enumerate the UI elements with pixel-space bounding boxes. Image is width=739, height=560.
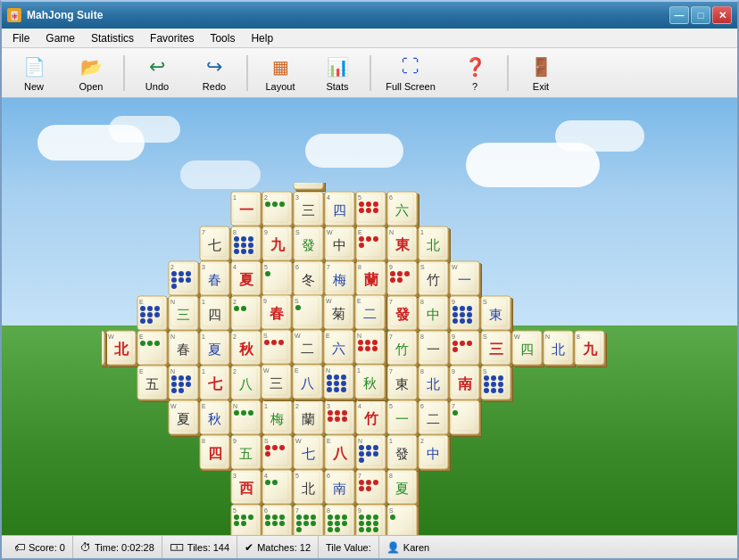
- close-button[interactable]: ✕: [712, 6, 732, 24]
- menu-tools[interactable]: Tools: [203, 30, 242, 46]
- exit-label: Exit: [533, 81, 549, 92]
- cloud-6: [305, 134, 403, 168]
- menu-game[interactable]: Game: [38, 30, 82, 46]
- matches-icon: ✔: [245, 541, 253, 554]
- toolbar: 📄 New 📂 Open ↩ Undo ↪ Redo ▦ Layout 📊 St…: [2, 48, 737, 98]
- statusbar: 🏷 Score: 0 ⏱ Time: 0:02:28 🀱 Tiles: 144 …: [2, 535, 737, 558]
- time-icon: ⏱: [80, 541, 91, 554]
- cloud-2: [109, 116, 180, 143]
- stats-label: Stats: [326, 81, 348, 92]
- redo-button[interactable]: ↪ Redo: [187, 52, 241, 95]
- minimize-button[interactable]: —: [669, 6, 689, 24]
- score-icon: 🏷: [14, 541, 25, 554]
- fullscreen-icon: ⛶: [398, 54, 423, 79]
- help-button[interactable]: ❓ ?: [448, 52, 502, 95]
- new-button[interactable]: 📄 New: [7, 52, 61, 95]
- game-area: [2, 98, 737, 535]
- matches-value: Matches: 12: [257, 542, 311, 553]
- status-time: ⏱ Time: 0:02:28: [73, 536, 162, 558]
- toolbar-sep-1: [123, 55, 125, 91]
- undo-button[interactable]: ↩ Undo: [130, 52, 184, 95]
- menu-statistics[interactable]: Statistics: [84, 30, 141, 46]
- stats-button[interactable]: 📊 Stats: [311, 52, 364, 95]
- status-matches: ✔ Matches: 12: [237, 536, 319, 558]
- exit-button[interactable]: 🚪 Exit: [514, 52, 568, 95]
- toolbar-sep-2: [246, 55, 248, 91]
- undo-icon: ↩: [145, 54, 170, 79]
- toolbar-sep-3: [370, 55, 371, 91]
- layout-button[interactable]: ▦ Layout: [253, 52, 307, 95]
- score-value: Score: 0: [29, 542, 65, 553]
- new-icon: 📄: [21, 54, 46, 79]
- undo-label: Undo: [145, 81, 169, 92]
- status-score: 🏷 Score: 0: [7, 536, 73, 558]
- titlebar-left: 🀄 MahJong Suite: [7, 8, 103, 22]
- titlebar: 🀄 MahJong Suite — □ ✕: [2, 2, 737, 29]
- layout-icon: ▦: [268, 54, 293, 79]
- fullscreen-label: Full Screen: [386, 81, 436, 92]
- fullscreen-button[interactable]: ⛶ Full Screen: [377, 52, 444, 95]
- app-icon: 🀄: [7, 8, 21, 22]
- menu-favorites[interactable]: Favorites: [143, 30, 201, 46]
- layout-label: Layout: [265, 81, 295, 92]
- tiles-value: Tiles: 144: [187, 542, 229, 553]
- menu-file[interactable]: File: [5, 30, 37, 46]
- tiles-icon: 🀱: [170, 541, 184, 554]
- open-icon: 📂: [79, 54, 104, 79]
- exit-icon: 🚪: [528, 54, 553, 79]
- titlebar-controls: — □ ✕: [669, 6, 732, 24]
- player-icon: 👤: [386, 541, 400, 554]
- redo-icon: ↪: [202, 54, 227, 79]
- help-icon: ❓: [462, 54, 487, 79]
- status-player: 👤 Karen: [379, 536, 436, 558]
- maximize-button[interactable]: □: [691, 6, 710, 24]
- redo-label: Redo: [203, 81, 226, 92]
- open-label: Open: [79, 81, 104, 92]
- tile-value-label: Tile Value:: [326, 542, 371, 553]
- status-tiles: 🀱 Tiles: 144: [162, 536, 237, 558]
- cloud-4: [555, 120, 644, 152]
- status-tile-value: Tile Value:: [319, 536, 379, 558]
- menu-help[interactable]: Help: [244, 30, 280, 46]
- mahjong-board[interactable]: [102, 183, 637, 535]
- app-window: 🀄 MahJong Suite — □ ✕ File Game Statisti…: [0, 0, 739, 560]
- stats-icon: 📊: [325, 54, 350, 79]
- open-button[interactable]: 📂 Open: [64, 52, 118, 95]
- player-name: Karen: [403, 542, 429, 553]
- menubar: File Game Statistics Favorites Tools Hel…: [2, 29, 737, 48]
- time-value: Time: 0:02:28: [95, 542, 154, 553]
- help-label: ?: [472, 81, 477, 92]
- new-label: New: [24, 81, 44, 92]
- window-title: MahJong Suite: [27, 9, 103, 21]
- toolbar-sep-4: [507, 55, 509, 91]
